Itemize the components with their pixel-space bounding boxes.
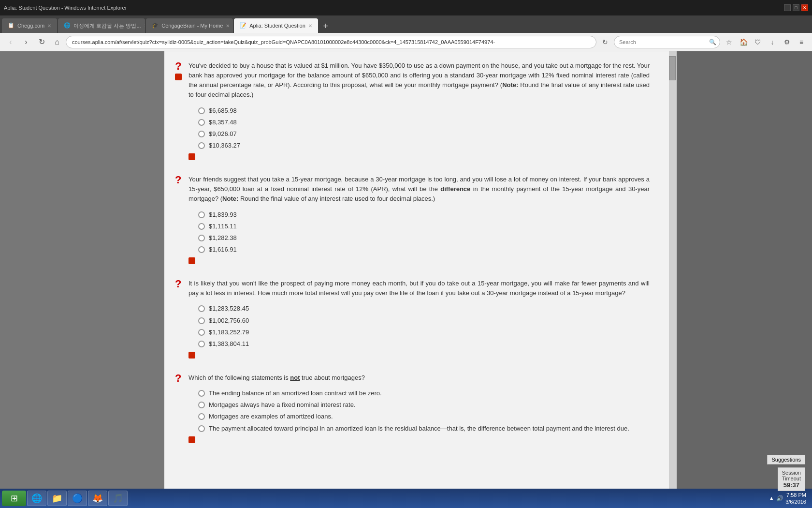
taskbar-media-item[interactable]: 🎵 <box>108 491 128 506</box>
q2-radio-b[interactable] <box>198 223 205 230</box>
q2-label-b: $1,115.11 <box>209 222 237 231</box>
tab-chegg[interactable]: 📋 Chegg.com ✕ <box>2 18 57 33</box>
refresh-small-button[interactable]: ↻ <box>598 35 612 49</box>
question-3-block: ? It is likely that you won't like the p… <box>188 279 650 359</box>
q3-marker: ? <box>175 279 181 289</box>
session-timeout-label: SessionTimeout <box>782 470 801 481</box>
url-bar[interactable] <box>66 36 596 48</box>
q3-radio-a[interactable] <box>198 305 205 312</box>
question-4-block: ? Which of the following statements is n… <box>188 373 650 443</box>
safety-button[interactable]: 🛡 <box>751 35 765 49</box>
favorites-button[interactable]: ☆ <box>722 35 736 49</box>
q1-bottom-flag <box>188 153 650 160</box>
q4-radio-b[interactable] <box>198 402 205 408</box>
q3-bottom-flag <box>188 352 650 359</box>
q4-radio-c[interactable] <box>198 413 205 420</box>
q3-bottom-icon <box>188 352 195 359</box>
home-button[interactable]: ⌂ <box>50 35 64 49</box>
q2-options: $1,839.93 $1,115.11 $1,282.38 $1,616.91 <box>198 210 650 255</box>
refresh-button[interactable]: ↻ <box>35 35 48 49</box>
q4-label-a: The ending balance of an amortized loan … <box>209 388 382 398</box>
taskbar-tray: ▲ 🔊 7:58 PM 3/6/2016 <box>765 492 810 506</box>
content-area: ? You've decided to buy a house that is … <box>0 51 812 489</box>
tab-korean-label: 이성에게 호감을 사는 방법... <box>73 22 141 30</box>
suggestions-button[interactable]: Suggestions <box>767 455 805 464</box>
q4-label-d: The payment allocated toward principal i… <box>209 424 629 433</box>
q4-question-mark: ? <box>175 373 181 384</box>
new-tab-button[interactable]: + <box>319 19 333 33</box>
q3-option-a-row: $1,283,528.45 <box>198 304 650 314</box>
q2-option-c-row: $1,282.38 <box>198 233 650 243</box>
taskbar-firefox-item[interactable]: 🦊 <box>88 491 107 506</box>
q4-bottom-icon <box>188 436 195 443</box>
q3-radio-d[interactable] <box>198 341 205 347</box>
browser-title: Aplia: Student Question - Windows Intern… <box>4 5 127 11</box>
tab-chegg-close[interactable]: ✕ <box>47 23 51 29</box>
q4-label-c: Mortgages are examples of amortized loan… <box>209 412 333 421</box>
home-icon-button[interactable]: 🏠 <box>737 35 750 49</box>
scrollbar-thumb[interactable] <box>669 56 676 80</box>
right-margin <box>677 51 812 489</box>
q3-label-c: $1,183,252.79 <box>209 328 249 337</box>
taskbar-ie-item[interactable]: 🌐 <box>27 491 46 506</box>
q4-option-a-row: The ending balance of an amortized loan … <box>198 388 650 398</box>
main-page: ? You've decided to buy a house that is … <box>164 51 669 489</box>
maximize-button[interactable]: □ <box>793 4 799 11</box>
aplia-favicon: 📝 <box>240 22 246 29</box>
taskbar-explorer-item[interactable]: 📁 <box>47 491 67 506</box>
chrome-icon: 🔵 <box>72 493 83 504</box>
tab-korean[interactable]: 🌐 이성에게 호감을 사는 방법... ✕ <box>58 18 145 33</box>
close-button[interactable]: ✕ <box>801 4 808 11</box>
q1-radio-a[interactable] <box>198 107 205 114</box>
q4-radio-a[interactable] <box>198 390 205 397</box>
search-input[interactable] <box>614 36 720 48</box>
q2-note-label: Note: <box>222 195 238 202</box>
session-timeout-time: 59:37 <box>782 481 801 489</box>
q4-radio-d[interactable] <box>198 425 205 432</box>
start-button[interactable]: ⊞ <box>2 491 26 506</box>
q1-option-b-row: $8,357.48 <box>198 118 650 127</box>
q3-radio-b[interactable] <box>198 317 205 324</box>
q4-option-c-row: Mortgages are examples of amortized loan… <box>198 412 650 421</box>
q3-label-a: $1,283,528.45 <box>209 304 249 314</box>
q2-radio-d[interactable] <box>198 246 205 253</box>
more-button[interactable]: ≡ <box>795 35 808 49</box>
download-button[interactable]: ↓ <box>766 35 779 49</box>
q3-radio-c[interactable] <box>198 329 205 336</box>
tools-menu-button[interactable]: ⚙ <box>780 35 794 49</box>
q1-option-c-row: $9,026.07 <box>198 129 650 139</box>
scrollbar[interactable] <box>669 51 677 489</box>
tab-aplia-close[interactable]: ✕ <box>308 23 312 29</box>
q4-option-d-row: The payment allocated toward principal i… <box>198 424 650 433</box>
tray-volume-icon: 🔊 <box>776 495 783 502</box>
q1-label-c: $9,026.07 <box>209 129 237 139</box>
q1-bottom-icon <box>188 153 195 160</box>
korean-favicon: 🌐 <box>64 22 71 29</box>
q1-text: You've decided to buy a house that is va… <box>188 61 650 100</box>
q3-label-b: $1,002,756.60 <box>209 316 249 326</box>
back-button[interactable]: ‹ <box>4 35 17 49</box>
taskbar-chrome-item[interactable]: 🔵 <box>68 491 87 506</box>
nav-icons: ☆ 🏠 🛡 ↓ ⚙ ≡ <box>722 35 808 49</box>
q1-radio-c[interactable] <box>198 131 205 137</box>
media-icon: 🎵 <box>113 493 123 504</box>
forward-button[interactable]: › <box>19 35 33 49</box>
q2-radio-c[interactable] <box>198 235 205 241</box>
tab-aplia[interactable]: 📝 Aplia: Student Question ✕ <box>234 18 318 33</box>
tab-korean-close[interactable]: ✕ <box>144 23 145 29</box>
minimize-button[interactable]: – <box>784 4 791 11</box>
q2-radio-a[interactable] <box>198 211 205 218</box>
tab-cengage-close[interactable]: ✕ <box>226 23 230 29</box>
title-bar-left: Aplia: Student Question - Windows Intern… <box>4 5 127 11</box>
q1-radio-b[interactable] <box>198 119 205 126</box>
tab-cengage[interactable]: 🎓 CengageBrain - My Home ✕ <box>146 18 233 33</box>
browser-frame: Aplia: Student Question - Windows Intern… <box>0 0 812 508</box>
q4-option-b-row: Mortgages always have a fixed nominal in… <box>198 400 650 410</box>
q3-options: $1,283,528.45 $1,002,756.60 $1,183,252.7… <box>198 304 650 349</box>
q1-radio-d[interactable] <box>198 142 205 149</box>
q3-option-b-row: $1,002,756.60 <box>198 316 650 326</box>
q2-label-c: $1,282.38 <box>209 233 237 243</box>
q3-option-c-row: $1,183,252.79 <box>198 328 650 337</box>
search-container: 🔍 <box>614 36 720 48</box>
q2-option-a-row: $1,839.93 <box>198 210 650 220</box>
